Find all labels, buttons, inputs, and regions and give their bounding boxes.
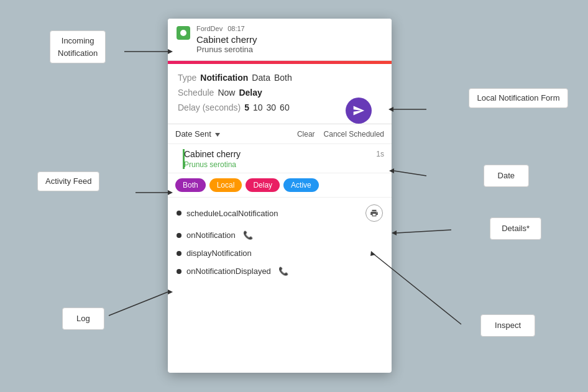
notif-subtitle: Prunus serotina bbox=[196, 45, 383, 54]
send-button[interactable] bbox=[346, 98, 372, 124]
phone-icon-4: 📞 bbox=[278, 267, 288, 276]
annotation-activity-feed: Activity Feed bbox=[37, 171, 99, 191]
delay-60[interactable]: 60 bbox=[280, 103, 290, 112]
delay-30[interactable]: 30 bbox=[267, 103, 277, 112]
log-entry-4: onNotificationDisplayed 📞 bbox=[168, 262, 392, 280]
notif-time: 08:17 bbox=[227, 25, 245, 32]
notification-bar: FordDev 08:17 Cabinet cherry Prunus sero… bbox=[168, 19, 392, 61]
activity-header: Date Sent Clear Cancel Scheduled bbox=[168, 124, 392, 144]
pill-local[interactable]: Local bbox=[209, 178, 242, 192]
pills-row: Both Local Delay Active bbox=[168, 173, 392, 198]
activity-section: Date Sent Clear Cancel Scheduled Cabinet… bbox=[168, 124, 392, 283]
now-label[interactable]: Now bbox=[218, 88, 235, 98]
log-label-1: scheduleLocalNotification bbox=[186, 209, 278, 218]
annotation-log: Log bbox=[62, 308, 104, 330]
log-label-3: displayNotification bbox=[186, 248, 252, 258]
notif-title: Cabinet cherry bbox=[196, 34, 383, 45]
log-dot-4 bbox=[177, 269, 181, 274]
send-icon bbox=[352, 104, 365, 117]
cancel-scheduled-button[interactable]: Cancel Scheduled bbox=[324, 130, 384, 139]
notification-text: FordDev 08:17 Cabinet cherry Prunus sero… bbox=[196, 25, 383, 54]
notif-app-row: FordDev 08:17 bbox=[196, 25, 383, 32]
annotation-inspect: Inspect bbox=[480, 314, 535, 337]
form-area-inner: Type Notification Data Both Schedule Now… bbox=[178, 73, 382, 112]
form-area: Type Notification Data Both Schedule Now… bbox=[168, 64, 392, 124]
svg-line-8 bbox=[397, 230, 451, 233]
log-entry-2: onNotification 📞 bbox=[168, 226, 392, 244]
annotation-details: Details* bbox=[490, 217, 541, 240]
pill-active[interactable]: Active bbox=[283, 178, 319, 192]
annotation-incoming-notification: Incoming Notification bbox=[50, 30, 106, 63]
delay-label[interactable]: Delay bbox=[239, 88, 262, 98]
annotation-local-notification-form: Local Notification Form bbox=[469, 88, 568, 108]
log-label-2: onNotification bbox=[186, 230, 236, 240]
activity-title: Cabinet cherry bbox=[184, 149, 241, 159]
green-bar bbox=[183, 149, 185, 169]
log-dot-3 bbox=[177, 251, 181, 256]
activity-item: Cabinet cherry 1s Prunus serotina bbox=[168, 144, 392, 173]
svg-line-6 bbox=[394, 171, 426, 176]
activity-header-actions: Clear Cancel Scheduled bbox=[297, 130, 384, 139]
log-dot-1 bbox=[177, 211, 181, 216]
print-icon bbox=[370, 209, 379, 217]
sort-icon[interactable] bbox=[215, 133, 220, 137]
log-entry-3: displayNotification bbox=[168, 244, 392, 262]
schedule-row: Schedule Now Delay bbox=[178, 88, 382, 98]
log-label-4: onNotificationDisplayed bbox=[186, 267, 271, 276]
inspect-button-1[interactable] bbox=[365, 204, 383, 222]
pill-both[interactable]: Both bbox=[175, 178, 206, 192]
svg-line-12 bbox=[109, 292, 168, 316]
delay-5[interactable]: 5 bbox=[244, 103, 249, 112]
type-label: Type bbox=[178, 73, 196, 83]
type-row: Type Notification Data Both bbox=[178, 73, 382, 83]
schedule-label: Schedule bbox=[178, 88, 214, 98]
activity-time: 1s bbox=[376, 150, 384, 158]
log-entry-1: scheduleLocalNotification bbox=[168, 200, 392, 226]
delay-seconds-label: Delay (seconds) bbox=[178, 103, 241, 112]
clear-button[interactable]: Clear bbox=[297, 130, 315, 139]
delay-10[interactable]: 10 bbox=[253, 103, 263, 112]
svg-marker-9 bbox=[392, 230, 397, 235]
pill-delay[interactable]: Delay bbox=[246, 178, 280, 192]
activity-subtitle: Prunus serotina bbox=[184, 160, 384, 169]
data-label[interactable]: Data bbox=[252, 73, 270, 83]
type-value[interactable]: Notification bbox=[200, 73, 248, 83]
app-icon bbox=[177, 26, 190, 40]
log-dot-2 bbox=[177, 233, 181, 238]
phone-mockup: FordDev 08:17 Cabinet cherry Prunus sero… bbox=[168, 19, 392, 373]
activity-item-inner: Cabinet cherry 1s Prunus serotina bbox=[175, 149, 384, 169]
app-name: FordDev bbox=[196, 25, 223, 32]
activity-item-row1: Cabinet cherry 1s bbox=[184, 149, 384, 159]
both-label[interactable]: Both bbox=[274, 73, 292, 83]
date-sent-label[interactable]: Date Sent bbox=[175, 129, 220, 139]
annotation-date: Date bbox=[484, 165, 529, 187]
phone-icon-2: 📞 bbox=[243, 230, 253, 240]
log-section: scheduleLocalNotification onNotification… bbox=[168, 198, 392, 283]
